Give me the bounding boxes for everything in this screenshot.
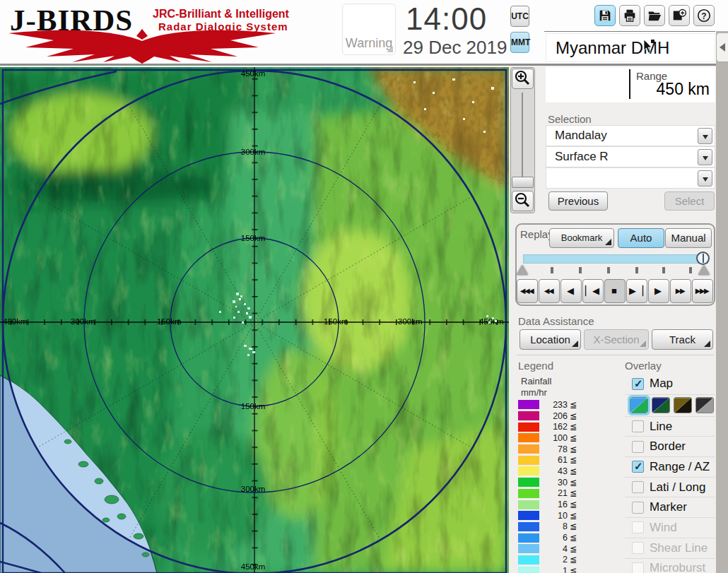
replay-slider-track[interactable] bbox=[523, 254, 708, 264]
data-assistance-label: Data Assistance bbox=[518, 315, 594, 327]
slider-tick bbox=[662, 267, 665, 273]
legend-le-symbol: ≦ bbox=[570, 433, 577, 443]
fastest-forward-button[interactable]: ▶▶▶ bbox=[692, 279, 713, 303]
border-checkbox[interactable]: ✓ bbox=[632, 441, 644, 453]
option-dropdown-button[interactable] bbox=[698, 170, 712, 187]
legend-row: 233≦ bbox=[518, 399, 583, 410]
site-dropdown[interactable]: Mandalay bbox=[546, 125, 715, 146]
print-button[interactable] bbox=[619, 5, 640, 26]
overlay-item-label: Marker bbox=[650, 500, 687, 514]
overlay-item-microburst: ✓ Microburst bbox=[625, 558, 715, 573]
save-button[interactable] bbox=[594, 5, 616, 26]
overlay-item-map[interactable]: ✓ Map bbox=[625, 374, 715, 394]
svg-text:450km: 450km bbox=[3, 317, 28, 326]
legend-value: 30 bbox=[539, 478, 568, 488]
mouse-cursor-icon bbox=[642, 40, 655, 54]
x-section-button[interactable]: X-Section bbox=[584, 329, 649, 350]
svg-text:150km: 150km bbox=[241, 234, 266, 242]
overlay-item-line[interactable]: ✓ Line bbox=[625, 416, 715, 437]
range-az-checkbox[interactable]: ✓ bbox=[632, 461, 644, 473]
overlay-item-label: Border bbox=[650, 439, 686, 454]
legend-row: 30≦ bbox=[518, 477, 583, 488]
overlay-item-marker[interactable]: ✓ Marker bbox=[625, 497, 715, 517]
svg-text:300km: 300km bbox=[71, 317, 95, 326]
zoom-slider-handle[interactable] bbox=[512, 177, 534, 188]
map-style-navy-darkgreen[interactable] bbox=[652, 397, 670, 413]
sidebar-collapse-tab[interactable] bbox=[716, 33, 728, 62]
legend-row: 61≦ bbox=[518, 454, 583, 466]
location-button[interactable]: Location bbox=[519, 329, 581, 350]
svg-text:300km: 300km bbox=[398, 317, 423, 326]
open-folder-button[interactable] bbox=[644, 5, 665, 26]
play-reverse-button[interactable]: ◀ bbox=[560, 279, 582, 303]
bookmark-button[interactable]: Bookmark bbox=[549, 228, 614, 248]
fast-rewind-button[interactable]: ◀◀◀ bbox=[517, 279, 538, 303]
legend-row: 8≦ bbox=[518, 521, 583, 533]
product-dropdown[interactable]: Surface R bbox=[546, 146, 715, 167]
map-style-blue-green[interactable] bbox=[630, 397, 648, 413]
auto-button[interactable]: Auto bbox=[618, 228, 664, 248]
slider-start-marker[interactable] bbox=[517, 265, 528, 275]
slider-end-marker[interactable] bbox=[698, 265, 710, 275]
step-forward-button[interactable]: ▶▕ bbox=[626, 279, 647, 303]
map-style-black-gray[interactable] bbox=[695, 397, 714, 413]
map-svg[interactable]: 450km 300km 150km 150km 300km 450km 450k… bbox=[0, 67, 509, 573]
select-button[interactable]: Select bbox=[664, 191, 715, 211]
replay-slider-handle[interactable] bbox=[696, 252, 710, 265]
legend-row: 162≦ bbox=[518, 421, 583, 432]
svg-text:150km: 150km bbox=[324, 317, 348, 326]
check-icon: ✓ bbox=[634, 460, 643, 473]
mmt-button[interactable]: MMT bbox=[510, 32, 529, 53]
open-folder-icon bbox=[647, 8, 662, 23]
legend-le-symbol: ≦ bbox=[570, 466, 577, 476]
eagle-logo-icon bbox=[4, 27, 280, 64]
clock-date: 29 Dec 2019 bbox=[403, 37, 507, 59]
overlay-item-lati-long[interactable]: ✓ Lati / Long bbox=[625, 477, 715, 497]
overlay-item-label: Range / AZ bbox=[650, 460, 710, 474]
option-dropdown[interactable] bbox=[546, 167, 715, 189]
legend-unit-1: Rainfall bbox=[521, 376, 551, 386]
marker-checkbox[interactable]: ✓ bbox=[632, 502, 644, 514]
legend-row: 100≦ bbox=[518, 432, 583, 444]
step-backward-button[interactable]: ▏◀ bbox=[582, 279, 604, 303]
track-menu-indicator bbox=[704, 341, 710, 347]
manual-button[interactable]: Manual bbox=[665, 228, 712, 248]
map-style-olive-black[interactable] bbox=[674, 397, 692, 413]
stop-button[interactable]: ■ bbox=[604, 279, 626, 303]
rewind-button[interactable]: ◀◀ bbox=[539, 279, 560, 303]
overlay-item-label: Microburst bbox=[650, 561, 705, 573]
section-divider bbox=[517, 355, 714, 355]
radar-map[interactable]: 450km 300km 150km 150km 300km 450km 450k… bbox=[0, 67, 509, 573]
line-checkbox[interactable]: ✓ bbox=[632, 420, 644, 432]
warning-button[interactable]: Warning bbox=[342, 4, 396, 55]
previous-button[interactable]: Previous bbox=[548, 191, 608, 211]
zoom-slider-track[interactable] bbox=[522, 93, 523, 188]
zoom-in-button[interactable] bbox=[512, 69, 534, 89]
add-image-button[interactable] bbox=[669, 5, 690, 26]
legend-value: 43 bbox=[539, 466, 568, 476]
overlay-item-border[interactable]: ✓ Border bbox=[625, 436, 715, 456]
legend-row: 1≦ bbox=[518, 565, 583, 573]
bookmark-label: Bookmark bbox=[561, 232, 603, 243]
utc-button[interactable]: UTC bbox=[510, 6, 529, 27]
help-button[interactable]: ? bbox=[693, 5, 715, 26]
play-button[interactable]: ▶ bbox=[648, 279, 669, 303]
legend-value: 61 bbox=[539, 455, 568, 465]
legend-le-symbol: ≦ bbox=[570, 478, 577, 488]
legend-swatch bbox=[518, 444, 539, 454]
fast-forward-button[interactable]: ▶▶ bbox=[670, 279, 691, 303]
legend-row: 16≦ bbox=[518, 499, 583, 510]
track-button[interactable]: Track bbox=[652, 329, 713, 350]
site-dropdown-button[interactable] bbox=[698, 128, 712, 144]
legend-le-symbol: ≦ bbox=[570, 411, 577, 421]
legend-row: 206≦ bbox=[518, 410, 583, 422]
zoom-out-button[interactable] bbox=[512, 191, 534, 211]
product-dropdown-button[interactable] bbox=[698, 149, 712, 165]
svg-text:?: ? bbox=[701, 11, 706, 21]
svg-text:450km: 450km bbox=[479, 317, 504, 326]
legend-row: 4≦ bbox=[518, 543, 583, 555]
slider-tick bbox=[607, 267, 610, 273]
map-checkbox[interactable]: ✓ bbox=[632, 378, 644, 390]
overlay-item-range-az[interactable]: ✓ Range / AZ bbox=[625, 456, 715, 477]
lati-long-checkbox[interactable]: ✓ bbox=[632, 481, 644, 493]
